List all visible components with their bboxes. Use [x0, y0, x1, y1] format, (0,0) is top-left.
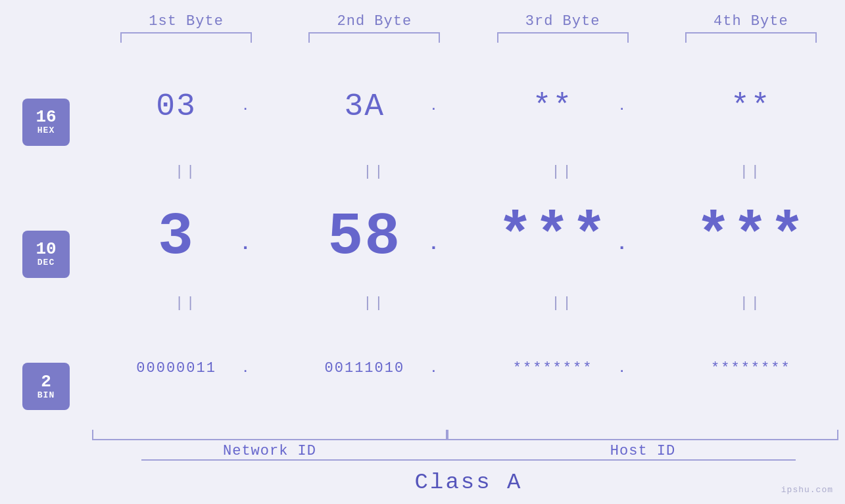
- eq-2-4: ||: [740, 295, 762, 311]
- top-bracket-2: [308, 32, 440, 43]
- dec-badge-number: 10: [36, 241, 56, 258]
- bin-row: 00000011 . 00111010 . ******** . *******…: [92, 311, 845, 426]
- dec-row: 3 . 58 . *** . ***: [92, 180, 845, 294]
- bin-val-4: ********: [692, 360, 810, 377]
- sep-1-2: ||: [285, 164, 463, 180]
- hex-cell-3: ** .: [474, 89, 652, 124]
- dec-dot-2: .: [423, 234, 443, 254]
- hex-val-4: **: [692, 89, 810, 124]
- badges-column: 16 HEX 10 DEC 2 BIN: [0, 49, 92, 459]
- bin-val-2: 00111010: [305, 360, 423, 377]
- network-bracket: [92, 430, 447, 440]
- hex-cell-2: 3A .: [285, 89, 463, 124]
- hex-badge-label: HEX: [37, 126, 55, 135]
- dec-val-2: 58: [305, 204, 423, 271]
- hex-val-2: 3A: [305, 89, 423, 124]
- sep-2-1: ||: [97, 295, 275, 311]
- top-bracket-3: [497, 32, 629, 43]
- byte-label-2: 2nd Byte: [285, 13, 463, 30]
- host-id-label: Host ID: [447, 443, 838, 459]
- byte-label-3: 3rd Byte: [474, 13, 652, 30]
- dec-val-3: ***: [494, 204, 612, 271]
- byte-label-1: 1st Byte: [97, 13, 275, 30]
- dec-dot-3: .: [612, 234, 632, 254]
- bin-cell-2: 00111010 .: [285, 360, 463, 377]
- main-grid: 16 HEX 10 DEC 2 BIN 03 . 3A: [0, 49, 845, 459]
- hex-dot-1: .: [235, 100, 255, 113]
- eq-1-3: ||: [551, 164, 573, 180]
- dec-cell-1: 3 .: [97, 204, 275, 271]
- values-area: 03 . 3A . ** . ** || || ||: [92, 49, 845, 459]
- bin-cell-4: ********: [662, 360, 840, 377]
- class-a-label: Class A: [415, 470, 523, 495]
- eq-1-4: ||: [740, 164, 762, 180]
- dec-cell-3: *** .: [474, 204, 652, 271]
- sep-2-3: ||: [474, 295, 652, 311]
- eq-2-3: ||: [551, 295, 573, 311]
- hex-badge: 16 HEX: [22, 99, 70, 146]
- bin-dot-2: .: [423, 362, 443, 375]
- sep-2-4: ||: [662, 295, 840, 311]
- host-id-text: Host ID: [610, 443, 675, 459]
- hex-dot-2: .: [423, 100, 443, 113]
- byte-label-4: 4th Byte: [662, 13, 840, 30]
- sep-row-2: || || || ||: [92, 295, 845, 311]
- dec-badge: 10 DEC: [22, 231, 70, 278]
- top-bracket-1: [120, 32, 252, 43]
- dec-dot-1: .: [235, 234, 255, 254]
- bin-cell-1: 00000011 .: [97, 360, 275, 377]
- network-id-text: Network ID: [223, 443, 316, 459]
- hex-row: 03 . 3A . ** . **: [92, 49, 845, 164]
- bin-val-1: 00000011: [117, 360, 235, 377]
- hex-dot-3: .: [612, 100, 632, 113]
- dec-badge-label: DEC: [37, 258, 55, 267]
- dec-cell-2: 58 .: [285, 204, 463, 271]
- main-container: 1st Byte 2nd Byte 3rd Byte 4th Byte 16 H…: [0, 0, 845, 504]
- bin-badge-number: 2: [41, 373, 51, 390]
- network-id-label: Network ID: [92, 443, 447, 459]
- sep-1-1: ||: [97, 164, 275, 180]
- bin-badge: 2 BIN: [22, 363, 70, 410]
- bottom-brackets-row: [92, 430, 845, 440]
- hex-cell-4: **: [662, 89, 840, 124]
- bin-val-3: ********: [494, 360, 612, 377]
- top-bracket-4: [685, 32, 817, 43]
- hex-val-1: 03: [117, 89, 235, 124]
- eq-2-1: ||: [175, 295, 197, 311]
- class-section: Class A: [0, 459, 845, 495]
- bin-cell-3: ******** .: [474, 360, 652, 377]
- eq-1-2: ||: [363, 164, 385, 180]
- class-divider-line: [141, 459, 796, 461]
- bin-dot-3: .: [612, 362, 632, 375]
- top-brackets-row: [0, 32, 845, 43]
- watermark: ipshu.com: [781, 485, 833, 495]
- hex-cell-1: 03 .: [97, 89, 275, 124]
- hex-val-3: **: [494, 89, 612, 124]
- network-host-labels: Network ID Host ID: [92, 443, 845, 459]
- eq-2-2: ||: [363, 295, 385, 311]
- dec-val-4: ***: [692, 204, 810, 271]
- sep-1-3: ||: [474, 164, 652, 180]
- sep-row-1: || || || ||: [92, 164, 845, 180]
- dec-val-1: 3: [117, 204, 235, 271]
- eq-1-1: ||: [175, 164, 197, 180]
- sep-2-2: ||: [285, 295, 463, 311]
- byte-labels-row: 1st Byte 2nd Byte 3rd Byte 4th Byte: [0, 13, 845, 30]
- sep-1-4: ||: [662, 164, 840, 180]
- hex-badge-number: 16: [36, 108, 56, 126]
- host-bracket: [447, 430, 838, 440]
- dec-cell-4: ***: [662, 204, 840, 271]
- bin-dot-1: .: [235, 362, 255, 375]
- bin-badge-label: BIN: [37, 390, 55, 400]
